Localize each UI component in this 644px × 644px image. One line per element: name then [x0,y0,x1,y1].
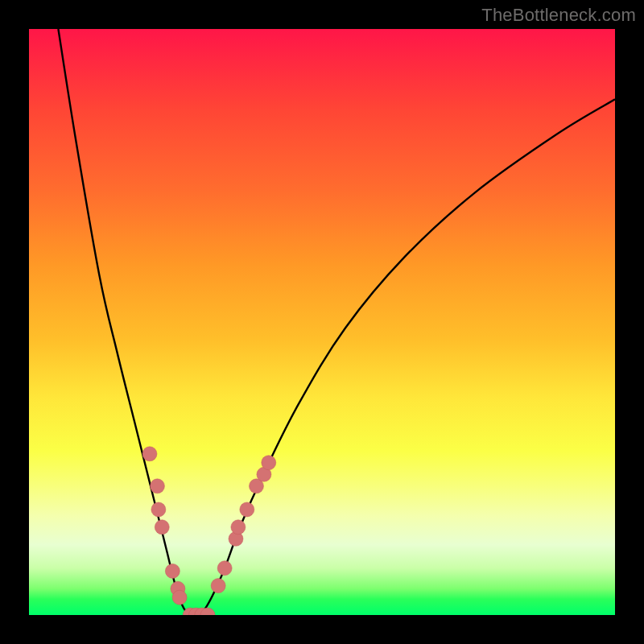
watermark-text: TheBottleneck.com [481,5,636,26]
data-point [217,561,232,576]
dot-layer [142,447,276,615]
data-point [151,502,166,517]
data-point [262,456,276,470]
curve-right-curve [193,99,615,615]
chart-svg [29,29,615,615]
plot-area [29,29,615,615]
data-point [142,447,157,461]
data-point [231,520,246,535]
data-point [155,520,169,535]
curve-layer [58,29,615,615]
data-point [150,479,164,493]
chart-frame: TheBottleneck.com [0,0,644,644]
data-point [240,502,254,517]
data-point [172,590,187,605]
curve-left-curve [58,29,192,615]
data-point [211,579,225,593]
data-point [165,564,180,578]
